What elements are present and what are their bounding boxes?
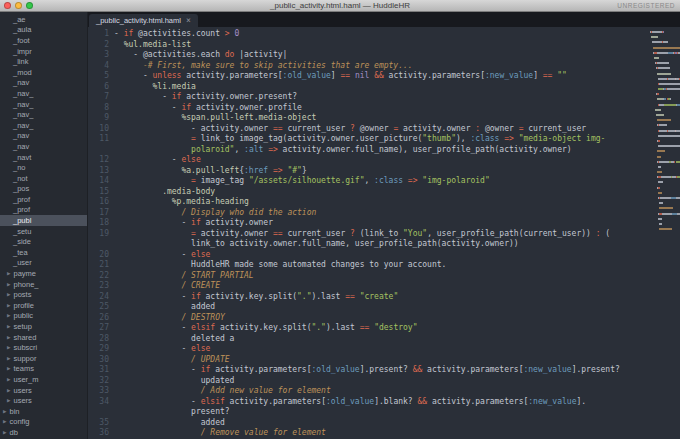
sidebar-item--nav[interactable]: _nav: [0, 131, 87, 142]
code-line[interactable]: 20- else: [88, 250, 650, 261]
sidebar-item--pos[interactable]: _pos: [0, 184, 87, 195]
line-number[interactable]: 16: [88, 197, 114, 208]
sidebar-item--aula[interactable]: _aula: [0, 25, 87, 36]
code-line[interactable]: 33/ Add new value for element: [88, 386, 650, 397]
folder-arrow-icon[interactable]: ▶: [7, 313, 10, 318]
sidebar-item-users[interactable]: ▶users: [0, 395, 87, 406]
tab-public-activity[interactable]: _public_activity.html.haml ×: [89, 14, 198, 27]
folder-arrow-icon[interactable]: ▶: [7, 377, 10, 382]
line-number[interactable]: 34: [88, 397, 114, 408]
line-number[interactable]: 20: [88, 250, 114, 261]
code-line[interactable]: 21HuddleHR made some automated changes t…: [88, 260, 650, 271]
folder-arrow-icon[interactable]: ▶: [3, 419, 6, 424]
line-number[interactable]: 15: [88, 187, 114, 198]
sidebar-item--no[interactable]: _no: [0, 162, 87, 173]
sidebar-item-teams[interactable]: ▶teams: [0, 364, 87, 375]
sidebar-item-phone-[interactable]: ▶phone_: [0, 279, 87, 290]
line-number[interactable]: 19: [88, 229, 114, 240]
line-number[interactable]: 1: [88, 29, 114, 40]
code-line[interactable]: 2%ul.media-list: [88, 40, 650, 51]
code-line[interactable]: 6%li.media: [88, 82, 650, 93]
code-line[interactable]: 19= activity.owner == current_user ? (li…: [88, 229, 650, 240]
line-number[interactable]: 22: [88, 271, 114, 282]
folder-arrow-icon[interactable]: ▶: [7, 366, 10, 371]
code-line[interactable]: 29- else: [88, 344, 650, 355]
sidebar-item--side[interactable]: _side: [0, 236, 87, 247]
folder-arrow-icon[interactable]: ▶: [7, 345, 10, 350]
sidebar-item-subscri[interactable]: ▶subscri: [0, 342, 87, 353]
folder-arrow-icon[interactable]: ▶: [7, 271, 10, 276]
line-number[interactable]: [88, 239, 114, 250]
folder-arrow-icon[interactable]: ▶: [3, 430, 6, 435]
sidebar-item--prof[interactable]: _prof: [0, 205, 87, 216]
code-line[interactable]: 11= link_to image_tag(activity.owner.use…: [88, 134, 650, 145]
code-line[interactable]: 15.media-body: [88, 187, 650, 198]
code-line[interactable]: 3- @activities.each do |activity|: [88, 50, 650, 61]
folder-arrow-icon[interactable]: ▶: [7, 324, 10, 329]
line-number[interactable]: 27: [88, 323, 114, 334]
code-line[interactable]: 23/ CREATE: [88, 281, 650, 292]
code-line[interactable]: 13%a.pull-left{:href => "#"}: [88, 166, 650, 177]
sidebar-item--navt[interactable]: _navt: [0, 152, 87, 163]
sidebar-item--nav-[interactable]: _nav_: [0, 88, 87, 99]
close-window-button[interactable]: [4, 2, 11, 9]
code-line[interactable]: 12- else: [88, 155, 650, 166]
code-line[interactable]: 16%p.media-heading: [88, 197, 650, 208]
line-number[interactable]: 14: [88, 176, 114, 187]
code-line[interactable]: 32updated: [88, 376, 650, 387]
code-line[interactable]: 9%span.pull-left.media-object: [88, 113, 650, 124]
line-number[interactable]: 25: [88, 302, 114, 313]
code-line[interactable]: 28deleted a: [88, 334, 650, 345]
line-number[interactable]: 24: [88, 292, 114, 303]
sidebar-item--mod[interactable]: _mod: [0, 67, 87, 78]
line-number[interactable]: 13: [88, 166, 114, 177]
minimize-window-button[interactable]: [15, 2, 22, 9]
code-editor[interactable]: 1- if @activities.count > 02%ul.media-li…: [88, 27, 650, 439]
sidebar-item-profile[interactable]: ▶profile: [0, 300, 87, 311]
code-line[interactable]: 25added: [88, 302, 650, 313]
sidebar-item-user-m[interactable]: ▶user_m: [0, 374, 87, 385]
minimap[interactable]: [650, 27, 680, 439]
line-number[interactable]: 11: [88, 134, 114, 145]
code-line[interactable]: 36/ Remove value for element: [88, 428, 650, 439]
sidebar-item--nav[interactable]: _nav: [0, 141, 87, 152]
line-number[interactable]: 8: [88, 103, 114, 114]
sidebar-item--nav[interactable]: _nav: [0, 78, 87, 89]
code-line[interactable]: 24- if activity.key.split(".").last == "…: [88, 292, 650, 303]
code-line[interactable]: 10- activity.owner == current_user ? @ow…: [88, 124, 650, 135]
sidebar-item-db[interactable]: ▶db: [0, 427, 87, 438]
folder-arrow-icon[interactable]: ▶: [7, 388, 10, 393]
sidebar-item-bin[interactable]: ▶bin: [0, 406, 87, 417]
code-line-wrap[interactable]: link_to activity.owner.full_name, user_p…: [88, 239, 650, 250]
line-number[interactable]: 9: [88, 113, 114, 124]
sidebar-item--tea[interactable]: _tea: [0, 247, 87, 258]
sidebar-item-payme[interactable]: ▶payme: [0, 268, 87, 279]
line-number[interactable]: 10: [88, 124, 114, 135]
folder-arrow-icon[interactable]: ▶: [7, 335, 10, 340]
sidebar-item--link[interactable]: _link: [0, 56, 87, 67]
line-number[interactable]: 35: [88, 418, 114, 429]
sidebar-item--prof[interactable]: _prof: [0, 194, 87, 205]
sidebar-item-users[interactable]: ▶users: [0, 385, 87, 396]
line-number[interactable]: 23: [88, 281, 114, 292]
line-number[interactable]: 30: [88, 355, 114, 366]
line-number[interactable]: 5: [88, 71, 114, 82]
folder-arrow-icon[interactable]: ▶: [3, 409, 6, 414]
tab-close-icon[interactable]: ×: [186, 17, 191, 25]
line-number[interactable]: 21: [88, 260, 114, 271]
line-number[interactable]: 31: [88, 365, 114, 376]
line-number[interactable]: 32: [88, 376, 114, 387]
folder-arrow-icon[interactable]: ▶: [7, 282, 10, 287]
line-number[interactable]: 2: [88, 40, 114, 51]
line-number[interactable]: [88, 407, 114, 418]
sidebar-item--publ[interactable]: _publ: [0, 215, 87, 226]
line-number[interactable]: 26: [88, 313, 114, 324]
line-number[interactable]: 17: [88, 208, 114, 219]
line-number[interactable]: 36: [88, 428, 114, 439]
code-line[interactable]: 27- elsif activity.key.split(".").last =…: [88, 323, 650, 334]
folder-arrow-icon[interactable]: ▶: [7, 356, 10, 361]
line-number[interactable]: 7: [88, 92, 114, 103]
line-number[interactable]: 4: [88, 61, 114, 72]
line-number[interactable]: 12: [88, 155, 114, 166]
zoom-window-button[interactable]: [26, 2, 33, 9]
